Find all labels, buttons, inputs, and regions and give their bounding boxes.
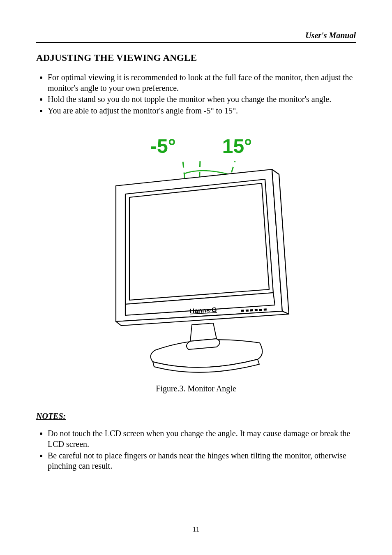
- notes-heading: NOTES:: [36, 412, 356, 421]
- page: User's Manual ADJUSTING THE VIEWING ANGL…: [0, 0, 392, 555]
- header-rule: [36, 42, 356, 43]
- page-number: 11: [0, 525, 392, 534]
- monitor-stand: [151, 323, 263, 372]
- figure-caption-text: Monitor Angle: [187, 384, 236, 393]
- notes-bullet: Do not touch the LCD screen when you cha…: [48, 428, 356, 449]
- notes-bullet-list: Do not touch the LCD screen when you cha…: [36, 428, 356, 471]
- intro-bullet: Hold the stand so you do not topple the …: [48, 94, 356, 105]
- intro-bullet-list: For optimal viewing it is recommended to…: [36, 72, 356, 116]
- intro-bullet: For optimal viewing it is recommended to…: [48, 72, 356, 93]
- svg-rect-13: [264, 309, 267, 311]
- notes-bullet: Be careful not to place fingers or hands…: [48, 451, 356, 472]
- svg-rect-12: [259, 309, 262, 311]
- section-title: ADJUSTING THE VIEWING ANGLE: [36, 53, 356, 63]
- svg-rect-11: [255, 309, 258, 311]
- figure-caption-prefix: Figure.3.: [156, 384, 185, 393]
- figure: -5° 15°: [36, 128, 356, 393]
- angle-right-label: 15°: [222, 135, 252, 157]
- svg-rect-8: [241, 310, 244, 312]
- svg-rect-9: [246, 310, 249, 312]
- header-label: User's Manual: [36, 31, 356, 40]
- monitor-brand-label: Hanns·G: [189, 306, 217, 314]
- intro-bullet: You are able to adjust the monitor's ang…: [48, 106, 356, 116]
- angle-left-label: -5°: [150, 135, 176, 157]
- monitor-body: [116, 169, 289, 326]
- monitor-angle-diagram: -5° 15°: [93, 128, 299, 375]
- svg-rect-10: [250, 309, 253, 311]
- figure-caption: Figure.3. Monitor Angle: [36, 384, 356, 393]
